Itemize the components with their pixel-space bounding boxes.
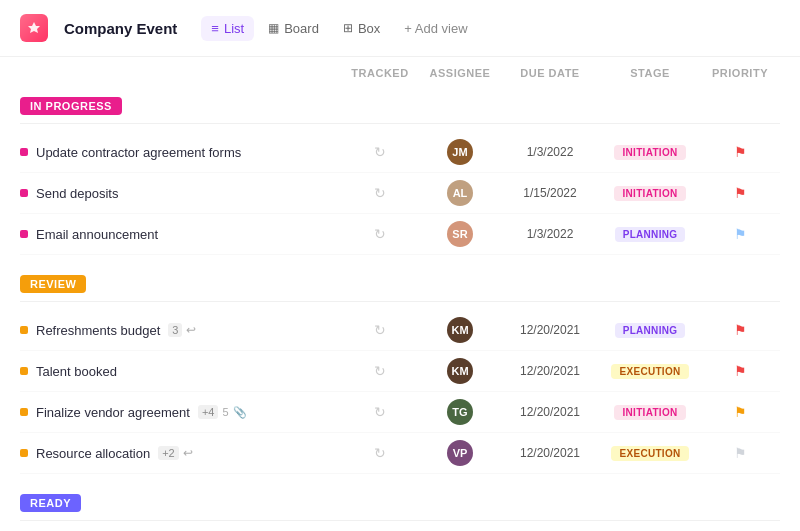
- comment-icon: ↩: [186, 323, 196, 337]
- main-content: TRACKED ASSIGNEE DUE DATE STAGE PRIORITY…: [0, 57, 800, 531]
- section-inprogress: IN PROGRESS Update contractor agreement …: [20, 97, 780, 255]
- stage-badge: INITIATION: [614, 186, 685, 201]
- assignee-cell: AL: [420, 180, 500, 206]
- tab-box-label: Box: [358, 21, 380, 36]
- tab-list[interactable]: ≡ List: [201, 16, 254, 41]
- section-review-header: REVIEW: [20, 275, 780, 293]
- tracked-cell: ↻: [340, 144, 420, 160]
- col-assignee: ASSIGNEE: [420, 67, 500, 79]
- avatar: AL: [447, 180, 473, 206]
- section-ready: READY Update website ↻ VP 12/20/2021 PLA…: [20, 494, 780, 531]
- assignee-cell: TG: [420, 399, 500, 425]
- due-date-cell: 12/20/2021: [500, 446, 600, 460]
- task-label: Refreshments budget: [36, 323, 160, 338]
- add-view-label: + Add view: [404, 21, 467, 36]
- track-icon: ↻: [374, 445, 386, 461]
- stage-badge: INITIATION: [614, 145, 685, 160]
- col-due-date: DUE DATE: [500, 67, 600, 79]
- table-row[interactable]: Update contractor agreement forms ↻ JM 1…: [20, 132, 780, 173]
- assignee-cell: SR: [420, 221, 500, 247]
- table-row[interactable]: Email announcement ↻ SR 1/3/2022 PLANNIN…: [20, 214, 780, 255]
- tab-box[interactable]: ⊞ Box: [333, 16, 390, 41]
- task-dot: [20, 189, 28, 197]
- extra-count: +2: [158, 446, 179, 460]
- tab-board-label: Board: [284, 21, 319, 36]
- task-name: Talent booked: [20, 364, 340, 379]
- priority-cell: ⚑: [700, 185, 780, 201]
- task-dot: [20, 449, 28, 457]
- task-dot: [20, 408, 28, 416]
- stage-badge: PLANNING: [615, 227, 686, 242]
- table-row[interactable]: Talent booked ↻ KM 12/20/2021 EXECUTION …: [20, 351, 780, 392]
- extra-count: 3: [168, 323, 182, 337]
- due-date-cell: 1/3/2022: [500, 145, 600, 159]
- due-date-cell: 12/20/2021: [500, 323, 600, 337]
- tab-board[interactable]: ▦ Board: [258, 16, 329, 41]
- badge-inprogress: IN PROGRESS: [20, 97, 122, 115]
- table-row[interactable]: Finalize vendor agreement +4 5 📎 ↻ TG 12…: [20, 392, 780, 433]
- priority-cell: ⚑: [700, 144, 780, 160]
- stage-badge: PLANNING: [615, 323, 686, 338]
- box-icon: ⊞: [343, 21, 353, 35]
- assignee-cell: KM: [420, 358, 500, 384]
- task-label: Email announcement: [36, 227, 158, 242]
- table-row[interactable]: Resource allocation +2 ↩ ↻ VP 12/20/2021…: [20, 433, 780, 474]
- app-icon: [20, 14, 48, 42]
- task-name: Refreshments budget 3 ↩: [20, 323, 340, 338]
- badge-review: REVIEW: [20, 275, 86, 293]
- list-icon: ≡: [211, 21, 219, 36]
- col-tracked: TRACKED: [340, 67, 420, 79]
- stage-cell: INITIATION: [600, 145, 700, 160]
- add-view-button[interactable]: + Add view: [394, 16, 477, 41]
- avatar: TG: [447, 399, 473, 425]
- tracked-cell: ↻: [340, 363, 420, 379]
- assignee-cell: JM: [420, 139, 500, 165]
- priority-cell: ⚑: [700, 404, 780, 420]
- nav-tabs: ≡ List ▦ Board ⊞ Box + Add view: [201, 16, 477, 41]
- comment-icon: ↩: [183, 446, 193, 460]
- task-name: Resource allocation +2 ↩: [20, 446, 340, 461]
- avatar: KM: [447, 317, 473, 343]
- due-date-cell: 1/15/2022: [500, 186, 600, 200]
- table-row[interactable]: Send deposits ↻ AL 1/15/2022 INITIATION …: [20, 173, 780, 214]
- task-dot: [20, 326, 28, 334]
- track-icon: ↻: [374, 185, 386, 201]
- assignee-cell: VP: [420, 440, 500, 466]
- section-review: REVIEW Refreshments budget 3 ↩ ↻ KM 12/2…: [20, 275, 780, 474]
- task-name: Send deposits: [20, 186, 340, 201]
- col-priority: PRIORITY: [700, 67, 780, 79]
- priority-cell: ⚑: [700, 322, 780, 338]
- stage-cell: PLANNING: [600, 323, 700, 338]
- col-stage: STAGE: [600, 67, 700, 79]
- tracked-cell: ↻: [340, 322, 420, 338]
- track-icon: ↻: [374, 322, 386, 338]
- avatar: KM: [447, 358, 473, 384]
- col-task: [20, 67, 340, 79]
- task-extras: 3 ↩: [168, 323, 196, 337]
- tracked-cell: ↻: [340, 404, 420, 420]
- project-title: Company Event: [64, 20, 177, 37]
- stage-cell: PLANNING: [600, 227, 700, 242]
- priority-cell: ⚑: [700, 226, 780, 242]
- divider: [20, 520, 780, 521]
- section-ready-header: READY: [20, 494, 780, 512]
- track-icon: ↻: [374, 363, 386, 379]
- task-name: Finalize vendor agreement +4 5 📎: [20, 405, 340, 420]
- stage-badge: EXECUTION: [611, 364, 688, 379]
- task-extras: +2 ↩: [158, 446, 193, 460]
- count-icon: 5: [222, 406, 228, 418]
- board-icon: ▦: [268, 21, 279, 35]
- tracked-cell: ↻: [340, 226, 420, 242]
- due-date-cell: 1/3/2022: [500, 227, 600, 241]
- stage-badge: INITIATION: [614, 405, 685, 420]
- stage-badge: EXECUTION: [611, 446, 688, 461]
- tab-list-label: List: [224, 21, 244, 36]
- priority-cell: ⚑: [700, 363, 780, 379]
- track-icon: ↻: [374, 226, 386, 242]
- track-icon: ↻: [374, 404, 386, 420]
- task-dot: [20, 367, 28, 375]
- avatar: JM: [447, 139, 473, 165]
- stage-cell: INITIATION: [600, 405, 700, 420]
- extra-count: +4: [198, 405, 219, 419]
- table-row[interactable]: Refreshments budget 3 ↩ ↻ KM 12/20/2021 …: [20, 310, 780, 351]
